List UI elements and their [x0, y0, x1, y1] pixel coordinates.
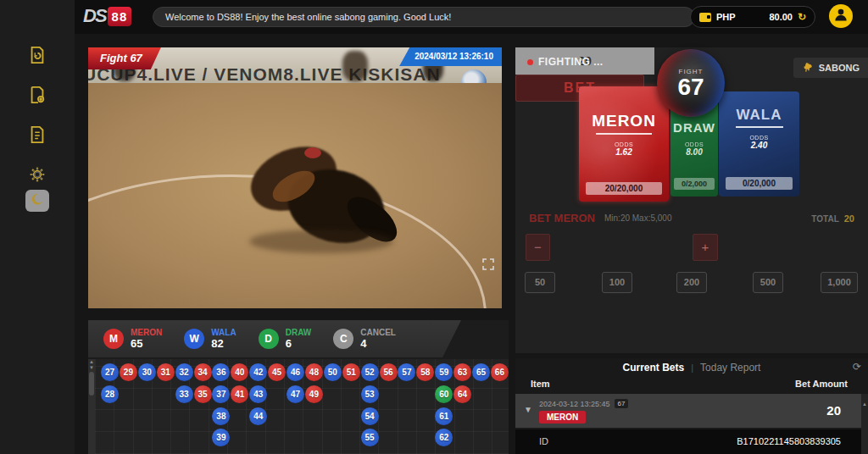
bet-timestamp: 2024-03-12 13:25:45	[539, 400, 610, 408]
result-ball: 32	[175, 363, 193, 381]
result-ball: 49	[305, 385, 323, 403]
welcome-message: Welcome to DS88! Enjoy the best online s…	[153, 7, 695, 27]
bets-column-headers: Item Bet Amount	[515, 379, 868, 392]
current-bets-header: Current Bets | Today Report	[515, 358, 868, 377]
refresh-balance-icon[interactable]: ↻	[798, 11, 806, 23]
sun-icon	[30, 167, 45, 185]
draw-pool-amount: 0/2,000	[674, 178, 714, 190]
meron-pool-amount: 20/20,000	[586, 182, 661, 195]
result-ball: 48	[305, 363, 323, 381]
wala-bet-card[interactable]: WALA ODDS 2.40 0/20,000	[719, 91, 799, 197]
scroll-up-icon[interactable]: ▲	[862, 401, 867, 407]
meron-bet-card[interactable]: MERON ODDS 1.62 20/20,000	[579, 86, 669, 202]
meron-circle-icon: M	[103, 329, 124, 349]
result-ball: 62	[435, 429, 453, 446]
result-ball: 63	[453, 363, 471, 381]
chip-100[interactable]: 100	[602, 272, 632, 293]
result-ball: 51	[342, 363, 360, 381]
sidebar-item-rules[interactable]	[25, 124, 50, 149]
fight-status: FIGHTING ...	[527, 56, 604, 68]
moon-icon	[31, 192, 44, 209]
live-video-player[interactable]: UCUP4.LIVE / VENOM8.LIVE KISKISAN Fight …	[88, 47, 502, 308]
theme-dark-toggle[interactable]	[25, 190, 49, 212]
fight-number-circle: FIGHT 67	[657, 49, 725, 117]
chip-500[interactable]: 500	[753, 272, 783, 293]
bet-total: TOTAL 20	[811, 213, 854, 224]
result-ball: 58	[416, 363, 434, 381]
decrease-bet-button[interactable]: −	[526, 234, 550, 261]
rules-icon	[28, 125, 47, 147]
wallet-balance[interactable]: PHP 80.00 ↻	[690, 6, 815, 28]
theme-light-toggle[interactable]	[25, 166, 50, 186]
cancel-circle-icon: C	[333, 329, 353, 349]
logo-88-badge: 88	[108, 7, 132, 26]
bet-records-icon	[28, 46, 47, 68]
results-summary-bar: M MERON 65 W WALA 82 D DRAW 6 C CANCEL 4	[88, 320, 461, 357]
scrollbar-thumb[interactable]	[89, 372, 94, 396]
summary-label: DRAW	[286, 328, 312, 337]
reports-icon	[28, 86, 47, 108]
topbar: DS 88 Welcome to DS88! Enjoy the best on…	[75, 0, 868, 34]
tab-today-report[interactable]: Today Report	[700, 362, 760, 374]
chip-50[interactable]: 50	[525, 272, 555, 293]
betting-panel: FIGHTING ... SABONG MERON ODDS 1.62 20/2…	[515, 47, 868, 353]
wala-pool-amount: 0/20,000	[726, 177, 793, 190]
logo-ds-text: DS	[83, 5, 106, 27]
wala-odds: 2.40	[719, 141, 799, 150]
bet-id-label: ID	[539, 436, 548, 446]
bet-info-bar: BET MERON Min:20 Max:5,000 TOTAL 20	[515, 212, 868, 229]
fullscreen-button[interactable]	[481, 257, 495, 271]
summary-label: MERON	[131, 328, 162, 337]
summary-draw: D DRAW 6	[259, 328, 312, 350]
logo[interactable]: DS 88	[83, 5, 131, 27]
rooster-icon	[802, 61, 815, 75]
scroll-down-icon[interactable]: ▼	[89, 365, 94, 371]
bet-id-value: B1710221145803839305	[737, 436, 841, 446]
fight-number-badge: Fight 67	[88, 47, 161, 69]
result-ball: 45	[268, 363, 286, 381]
wallet-icon	[699, 13, 711, 22]
avatar[interactable]	[829, 4, 853, 28]
meron-title: MERON	[579, 112, 669, 130]
tab-separator: |	[691, 363, 693, 373]
chip-200[interactable]: 200	[676, 272, 707, 293]
results-grid-scrollbar[interactable]: ▲ ▼	[88, 359, 95, 454]
result-ball: 30	[138, 363, 156, 381]
summary-label: WALA	[211, 328, 236, 337]
odds-label: ODDS	[579, 141, 669, 147]
sidebar-item-bet-records[interactable]	[25, 44, 50, 69]
results-panel: M MERON 65 W WALA 82 D DRAW 6 C CANCEL 4…	[88, 320, 509, 454]
bets-scrollbar[interactable]: ▲	[861, 394, 868, 454]
meron-odds: 1.62	[579, 147, 669, 157]
results-grid: 2728293031323334353637383940414243444546…	[95, 359, 509, 454]
bet-row[interactable]: ▼ 2024-03-12 13:25:45 67 MERON 20	[515, 394, 861, 428]
odds-label: ODDS	[719, 135, 799, 141]
rooster-shadow	[249, 230, 393, 253]
result-ball: 50	[324, 363, 342, 381]
scroll-up-icon[interactable]: ▲	[89, 359, 94, 365]
summary-wala: W WALA 82	[184, 328, 236, 350]
sidebar	[0, 0, 75, 454]
tab-current-bets[interactable]: Current Bets	[623, 362, 685, 374]
total-label: TOTAL	[811, 214, 838, 224]
result-ball: 44	[249, 407, 267, 425]
increase-bet-button[interactable]: +	[693, 234, 718, 261]
chevron-down-icon[interactable]: ▼	[524, 405, 532, 414]
result-ball: 31	[157, 363, 175, 381]
sidebar-item-reports[interactable]	[25, 84, 50, 109]
result-ball: 35	[194, 385, 212, 403]
summary-label: CANCEL	[360, 328, 396, 337]
result-ball: 29	[120, 363, 137, 381]
bet-time: 2024-03-12 13:25:45 67	[539, 399, 628, 408]
chip-1000[interactable]: 1,000	[821, 272, 858, 293]
wallet-currency: PHP	[716, 12, 736, 22]
provider-badge[interactable]: SABONG	[793, 58, 868, 78]
result-ball: 37	[212, 385, 230, 403]
result-ball: 39	[212, 429, 230, 446]
result-ball: 33	[175, 385, 193, 403]
status-text: FIGHTING ...	[538, 56, 604, 68]
summary-count: 82	[211, 337, 236, 350]
status-dot-icon	[527, 59, 533, 65]
refresh-bets-icon[interactable]: ⟳	[853, 361, 861, 373]
summary-cancel: C CANCEL 4	[333, 328, 396, 350]
